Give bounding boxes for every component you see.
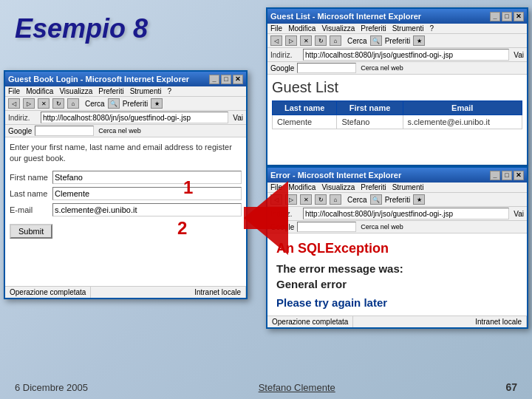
menu-preferiti[interactable]: Preferiti [98, 87, 123, 95]
menu-visualizza[interactable]: Visualizza [59, 87, 92, 95]
number-two: 2 [177, 218, 187, 239]
lastname-input[interactable] [52, 187, 242, 200]
menu-strumenti[interactable]: Strumenti [130, 87, 162, 95]
gl-favorites-label: Preferiti [385, 37, 410, 45]
col-firstname: First name [337, 101, 403, 115]
guestlist-toolbar: ◁ ▷ ✕ ↻ ⌂ Cerca 🔍 Preferiti ★ [267, 34, 527, 48]
guestlist-titlebar: Guest List - Microsoft Internet Explorer… [267, 9, 527, 24]
gl-forward-icon[interactable]: ▷ [285, 35, 297, 46]
err-menu-modifica[interactable]: Modifica [288, 183, 316, 191]
err-home-icon[interactable]: ⌂ [330, 194, 341, 205]
err-google-cerca: Cerca nel web [361, 223, 403, 231]
firstname-input[interactable] [52, 171, 242, 184]
email-input[interactable] [52, 203, 242, 216]
gl-menu-strumenti[interactable]: Strumenti [392, 24, 424, 33]
error-status-bar: Operazione completata Intranet locale [267, 316, 527, 327]
error-toolbar: ◁ ▷ ✕ ↻ ⌂ Cerca 🔍 Preferiti ★ [267, 193, 527, 207]
err-search-icon[interactable]: 🔍 [370, 194, 382, 205]
err-back-icon[interactable]: ◁ [270, 194, 282, 205]
gl-stop-icon[interactable]: ✕ [300, 35, 312, 46]
gl-menu-file[interactable]: File [270, 24, 282, 33]
err-menu-preferiti[interactable]: Preferiti [361, 183, 386, 191]
gl-refresh-icon[interactable]: ↻ [315, 35, 327, 46]
maximize-button[interactable]: □ [221, 75, 231, 84]
menu-file[interactable]: File [8, 87, 20, 95]
gl-cerca-label: Cerca [347, 37, 367, 45]
guestbook-description: Enter your first name, last name and ema… [10, 142, 242, 165]
search-icon[interactable]: 🔍 [108, 98, 120, 109]
close-button[interactable]: ✕ [233, 75, 243, 84]
err-google-search[interactable] [297, 222, 356, 232]
guestlist-table: Last name First name Email Clemente Stef… [272, 100, 522, 129]
firstname-row: First name [10, 171, 242, 184]
google-label: Google [8, 127, 32, 135]
gl-minimize-button[interactable]: _ [490, 12, 500, 21]
error-addressbar: Indiriz. Vai [267, 207, 527, 221]
favorites-icon[interactable]: ★ [151, 98, 163, 109]
error-message-label: The error message was: [276, 262, 518, 275]
gl-menu-help[interactable]: ? [429, 24, 434, 33]
gl-maximize-button[interactable]: □ [502, 12, 512, 21]
err-address-label: Indiriz. [270, 210, 300, 218]
guestbook-status-bar: Operazione completata Intranet locale [5, 286, 246, 298]
err-favorites-icon[interactable]: ★ [413, 194, 425, 205]
gl-address-input[interactable] [303, 49, 509, 61]
gl-close-button[interactable]: ✕ [514, 12, 524, 21]
home-icon[interactable]: ⌂ [67, 98, 79, 109]
guestbook-toolbar: ◁ ▷ ✕ ↻ ⌂ Cerca 🔍 Preferiti ★ [5, 97, 246, 111]
forward-icon[interactable]: ▷ [23, 98, 35, 109]
row-lastname: Clemente [273, 115, 337, 129]
err-menu-strumenti[interactable]: Strumenti [392, 183, 424, 191]
col-email: Email [403, 101, 522, 115]
main-title: Esempio 8 [15, 13, 148, 44]
err-status-right: Intranet locale [471, 316, 527, 327]
guestlist-menubar: File Modifica Visualizza Preferiti Strum… [267, 24, 527, 34]
firstname-label: First name [10, 173, 52, 182]
gl-home-icon[interactable]: ⌂ [330, 35, 341, 46]
err-menu-file[interactable]: File [270, 183, 282, 191]
refresh-icon[interactable]: ↻ [52, 98, 64, 109]
minimize-button[interactable]: _ [209, 75, 219, 84]
guestbook-window-controls: _ □ ✕ [209, 75, 243, 84]
back-icon[interactable]: ◁ [8, 98, 20, 109]
footer: 6 Dicembre 2005 Stefano Clemente 67 [15, 381, 517, 393]
err-minimize-button[interactable]: _ [490, 171, 500, 180]
guestbook-title-text: Guest Book Login - Microsoft Internet Ex… [8, 75, 189, 83]
err-go-button[interactable]: Vai [514, 210, 524, 218]
menu-help[interactable]: ? [167, 87, 171, 95]
guestlist-addressbar: Indiriz. Vai [267, 48, 527, 62]
footer-date: 6 Dicembre 2005 [15, 382, 88, 393]
menu-modifica[interactable]: Modifica [26, 87, 53, 95]
gl-back-icon[interactable]: ◁ [270, 35, 282, 46]
title-section: Esempio 8 [15, 13, 148, 44]
err-forward-icon[interactable]: ▷ [285, 194, 297, 205]
guestbook-login-window: Guest Book Login - Microsoft Internet Ex… [4, 70, 248, 299]
stop-icon[interactable]: ✕ [38, 98, 50, 109]
go-button[interactable]: Vai [233, 114, 243, 122]
gl-menu-modifica[interactable]: Modifica [288, 24, 316, 33]
gl-go-button[interactable]: Vai [514, 51, 524, 59]
guestlist-window-controls: _ □ ✕ [490, 12, 524, 21]
error-window: Error - Microsoft Internet Explorer _ □ … [266, 166, 528, 329]
google-search-input[interactable] [35, 126, 94, 136]
err-address-input[interactable] [303, 208, 509, 219]
search-label: Cerca [85, 100, 105, 108]
address-input[interactable] [41, 112, 228, 123]
gl-menu-preferiti[interactable]: Preferiti [361, 24, 386, 33]
err-close-button[interactable]: ✕ [514, 171, 524, 180]
gl-menu-visualizza[interactable]: Visualizza [321, 24, 355, 33]
submit-button[interactable]: Submit [10, 224, 52, 239]
gl-google-search[interactable] [297, 63, 356, 73]
google-cerca-label: Cerca nel web [98, 127, 141, 134]
guestlist-heading: Guest List [272, 79, 522, 96]
col-lastname: Last name [273, 101, 337, 115]
err-refresh-icon[interactable]: ↻ [315, 194, 327, 205]
footer-author: Stefano Clemente [259, 382, 335, 393]
guestbook-form-content: Enter your first name, last name and ema… [5, 137, 246, 243]
gl-favorites-icon[interactable]: ★ [413, 35, 425, 46]
err-maximize-button[interactable]: □ [502, 171, 512, 180]
err-stop-icon[interactable]: ✕ [300, 194, 312, 205]
guestbook-google-bar: Google Cerca nel web [5, 125, 246, 137]
gl-search-icon[interactable]: 🔍 [370, 35, 382, 46]
err-menu-visualizza[interactable]: Visualizza [321, 183, 355, 191]
